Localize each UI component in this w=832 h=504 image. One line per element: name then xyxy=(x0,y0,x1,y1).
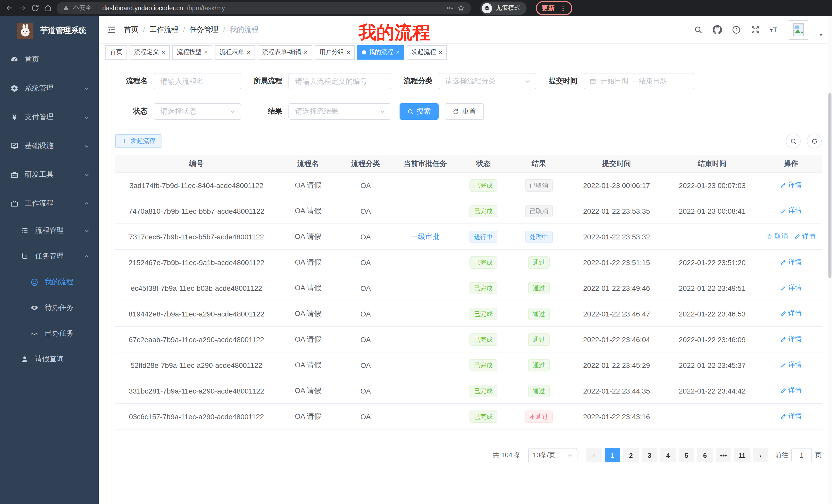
breadcrumb-task-mgmt[interactable]: 任务管理 xyxy=(190,25,218,34)
home-icon[interactable] xyxy=(44,4,52,12)
tab[interactable]: 流程表单-编辑× xyxy=(258,45,312,59)
detail-link[interactable]: 详情 xyxy=(794,232,815,241)
detail-link[interactable]: 详情 xyxy=(780,309,802,318)
column-header: 流程名 xyxy=(278,155,338,172)
forward-icon[interactable] xyxy=(18,4,27,12)
detail-link[interactable]: 详情 xyxy=(780,360,802,370)
cell-id: 331bc281-7b9a-11ec-a290-acde48001122 xyxy=(115,378,278,403)
cancel-link[interactable]: 取消 xyxy=(766,232,788,241)
page-button[interactable]: 2 xyxy=(623,448,639,463)
sidebar-item[interactable]: 请假查询 xyxy=(0,346,99,372)
tab[interactable]: 流程模型× xyxy=(172,45,212,59)
cell-status: 已完成 xyxy=(458,172,509,198)
detail-link[interactable]: 详情 xyxy=(780,412,802,421)
help-icon[interactable]: ? xyxy=(732,25,741,34)
sidebar-item[interactable]: 系统管理 xyxy=(0,74,99,103)
tab-close-icon[interactable]: × xyxy=(346,49,350,55)
detail-link[interactable]: 详情 xyxy=(780,180,802,190)
result-tag: 通过 xyxy=(528,256,550,269)
task-link[interactable]: 一级审批 xyxy=(411,232,440,240)
sidebar-item[interactable]: 流程管理 xyxy=(0,218,99,244)
svg-text:T: T xyxy=(773,26,777,33)
page-button[interactable]: 6 xyxy=(697,448,713,463)
tab-close-icon[interactable]: × xyxy=(247,49,251,55)
goto-page-input[interactable] xyxy=(791,448,812,463)
page-scrollbar[interactable] xyxy=(828,16,832,504)
url-bar[interactable]: 不安全 dashboard.yudao.iocoder.cn/bpm/task/… xyxy=(57,2,471,14)
star-icon[interactable] xyxy=(457,4,465,12)
github-icon[interactable] xyxy=(713,25,722,34)
breadcrumb-workflow[interactable]: 工作流程 xyxy=(150,25,178,34)
menu-dots-icon[interactable] xyxy=(560,4,567,11)
detail-link[interactable]: 详情 xyxy=(780,335,802,344)
tab-close-icon[interactable]: × xyxy=(396,49,399,55)
page-ellipsis[interactable]: ••• xyxy=(716,448,731,463)
avatar[interactable] xyxy=(789,20,808,39)
page-button[interactable]: 11 xyxy=(734,448,750,463)
hamburger-icon[interactable] xyxy=(107,25,116,34)
cell-submit-time: 2022-01-22 23:43:16 xyxy=(569,403,665,429)
chevron-down-icon xyxy=(84,114,89,120)
sidebar-item[interactable]: ¥支付管理 xyxy=(0,103,99,132)
sidebar-item[interactable]: 我的流程 xyxy=(0,269,99,295)
hide-search-button[interactable] xyxy=(786,134,801,148)
tab-close-icon[interactable]: × xyxy=(204,49,208,55)
fullscreen-icon[interactable] xyxy=(751,25,760,34)
app-logo-row[interactable]: 芋道管理系统 xyxy=(0,16,99,45)
page-button[interactable]: 3 xyxy=(642,448,657,463)
tab[interactable]: 流程表单× xyxy=(215,45,255,59)
page-button[interactable]: 1 xyxy=(605,448,620,463)
create-process-button[interactable]: 发起流程 xyxy=(115,134,161,148)
caret-down-icon[interactable] xyxy=(818,32,824,37)
page-button[interactable]: 4 xyxy=(660,448,676,463)
font-size-icon[interactable]: TT xyxy=(770,25,779,34)
search-button[interactable]: 搜索 xyxy=(399,103,439,120)
tab-close-icon[interactable]: × xyxy=(439,49,442,55)
sidebar-item[interactable]: 任务管理 xyxy=(0,244,99,269)
tab-close-icon[interactable]: × xyxy=(161,49,165,55)
tab[interactable]: 用户分组× xyxy=(315,45,355,59)
detail-link[interactable]: 详情 xyxy=(780,386,802,395)
key-icon[interactable] xyxy=(446,4,453,12)
submit-time-range-picker[interactable]: 开始日期 - 结束日期 xyxy=(583,73,694,89)
refresh-table-button[interactable] xyxy=(807,134,822,148)
cell-status: 已完成 xyxy=(458,352,509,378)
tab[interactable]: 流程定义× xyxy=(130,45,170,59)
sidebar-item[interactable]: 待办任务 xyxy=(0,295,99,320)
tab-close-icon[interactable]: × xyxy=(304,49,308,55)
breadcrumb-home[interactable]: 首页 xyxy=(124,25,138,34)
result-select[interactable]: 请选择流结果 xyxy=(288,103,391,120)
page-size-select[interactable]: 10条/页 xyxy=(528,448,577,463)
status-select[interactable]: 请选择状态 xyxy=(154,103,241,120)
search-icon[interactable] xyxy=(694,25,703,34)
tab[interactable]: 首页 xyxy=(105,45,127,59)
sidebar-item[interactable]: 研发工具 xyxy=(0,160,99,189)
scrollbar-thumb[interactable] xyxy=(828,93,831,278)
category-select[interactable]: 请选择流程分类 xyxy=(439,73,536,89)
next-page-button[interactable]: › xyxy=(753,448,768,463)
tab[interactable]: 发起流程× xyxy=(407,45,447,59)
update-button[interactable]: 更新 xyxy=(536,1,572,15)
table-row: 2152467e-7b9b-11ec-9a1b-acde48001122OA 请… xyxy=(115,249,822,275)
sidebar-item[interactable]: 已办任务 xyxy=(0,320,99,346)
table-row: 52ffd28e-7b9a-11ec-a290-acde48001122OA 请… xyxy=(115,352,822,378)
chevron-down-icon xyxy=(84,86,89,91)
tab[interactable]: 我的流程× xyxy=(357,45,404,59)
back-icon[interactable] xyxy=(5,4,14,12)
sidebar-item[interactable]: 首页 xyxy=(0,45,99,74)
sidebar-item[interactable]: 基础设施 xyxy=(0,132,99,160)
detail-link[interactable]: 详情 xyxy=(780,258,802,267)
reload-icon[interactable] xyxy=(31,4,40,12)
process-key-input[interactable] xyxy=(288,73,391,89)
prev-page-button[interactable]: ‹ xyxy=(586,448,602,463)
sidebar-item[interactable]: 工作流程 xyxy=(0,189,99,218)
reset-button[interactable]: 重置 xyxy=(445,103,484,120)
sidebar-item-label: 我的流程 xyxy=(45,277,99,287)
cell-end-time: 2022-01-23 00:08:41 xyxy=(665,198,760,224)
goto-page: 前往 页 xyxy=(775,448,822,463)
detail-link[interactable]: 详情 xyxy=(780,206,802,216)
page-button[interactable]: 5 xyxy=(679,448,694,463)
detail-link[interactable]: 详情 xyxy=(780,283,802,292)
process-name-input[interactable] xyxy=(154,73,241,89)
status-tag: 已完成 xyxy=(469,179,497,191)
